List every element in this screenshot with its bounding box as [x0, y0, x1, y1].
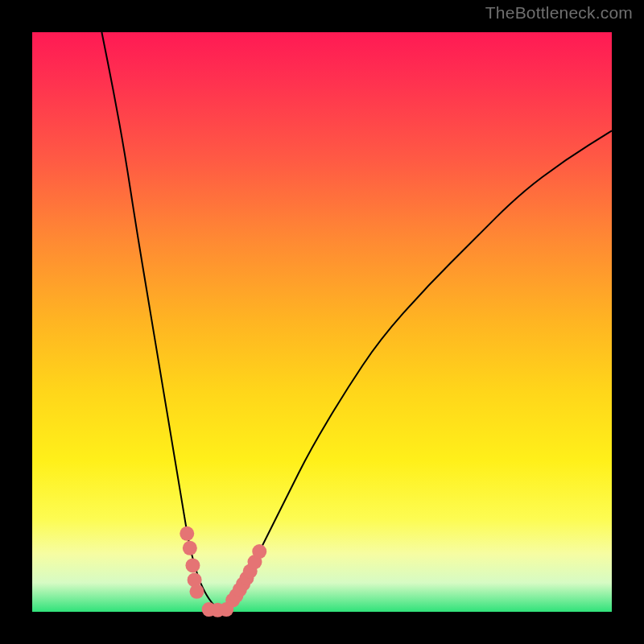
highlight-marker	[219, 602, 233, 617]
highlight-marker	[185, 558, 200, 572]
highlight-marker	[183, 541, 197, 555]
highlight-marker	[180, 526, 194, 541]
bottleneck-curve	[101, 32, 612, 609]
highlight-marker	[252, 544, 266, 559]
marker-group	[180, 526, 266, 617]
highlight-marker	[189, 584, 204, 599]
chart-svg	[32, 32, 612, 612]
chart-stage: TheBottleneck.com	[0, 0, 644, 644]
plot-area	[32, 32, 612, 612]
curve-group	[101, 32, 612, 609]
watermark-text: TheBottleneck.com	[485, 3, 633, 23]
